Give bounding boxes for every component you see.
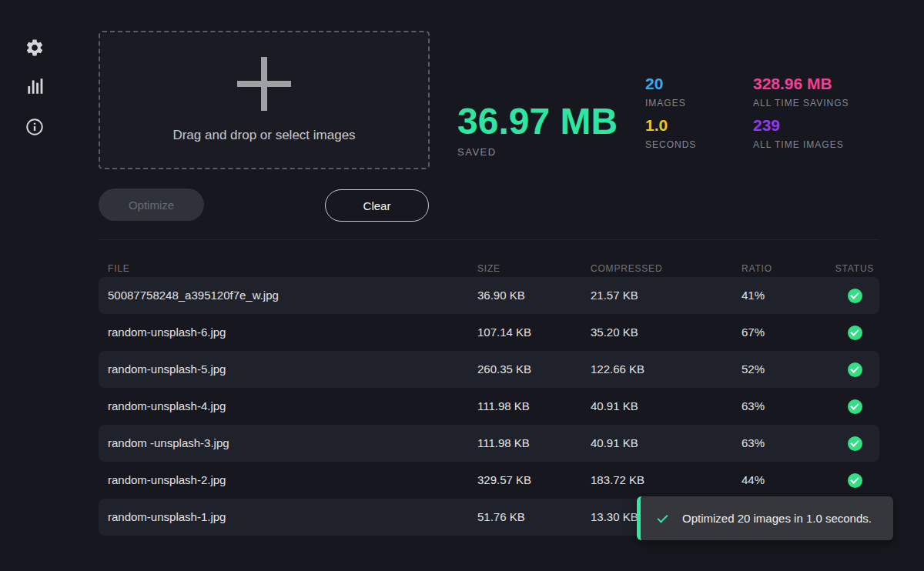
table-row: random-unsplash-6.jpg 107.14 KB 35.20 KB… [99,314,879,351]
col-header-file: FILE [108,263,130,274]
table-row: random-unsplash-5.jpg 260.35 KB 122.66 K… [99,351,879,388]
check-icon [657,513,669,525]
check-circle-icon [848,399,862,414]
sidebar-item-settings[interactable] [24,37,45,58]
file-status-cell [832,425,878,462]
file-compressed-cell: 183.72 KB [591,462,644,499]
clear-button[interactable]: Clear [325,189,429,222]
file-size-cell: 36.90 KB [477,277,525,314]
info-icon [25,117,45,137]
toast-message: Optimized 20 images in 1.0 seconds. [682,512,872,525]
sidebar-item-stats[interactable] [24,75,45,97]
file-name-cell: random -unsplash-3.jpg [108,425,229,462]
file-compressed-cell: 21.57 KB [591,277,638,314]
images-count-value: 20 [645,75,696,93]
check-circle-icon [848,473,862,488]
plus-icon [237,57,291,111]
bar-chart-icon [25,76,45,96]
table-row: random-unsplash-2.jpg 329.57 KB 183.72 K… [99,462,879,499]
table-row: random-unsplash-4.jpg 111.98 KB 40.91 KB… [99,388,879,425]
file-status-cell [832,462,878,499]
file-ratio-cell: 52% [742,351,765,388]
dropzone[interactable]: Drag and drop or select images [99,31,430,169]
sidebar [0,0,69,571]
file-size-cell: 51.76 KB [477,499,525,536]
saved-value: 36.97 MB [457,102,618,142]
file-ratio-cell: 41% [742,277,765,314]
file-name-cell: random-unsplash-5.jpg [108,351,226,388]
file-compressed-cell: 13.30 KB [591,499,638,536]
check-circle-icon [848,362,862,377]
table-header: FILE SIZE COMPRESSED RATIO STATUS [99,240,879,277]
all-time-images-label: ALL TIME IMAGES [753,139,849,150]
file-size-cell: 111.98 KB [477,425,530,462]
file-name-cell: random-unsplash-4.jpg [108,388,226,425]
dropzone-label: Drag and drop or select images [172,128,355,143]
all-time-stats: 328.96 MB ALL TIME SAVINGS 239 ALL TIME … [753,75,849,150]
file-ratio-cell: 44% [742,462,765,499]
col-header-status: STATUS [832,263,878,274]
all-time-savings-value: 328.96 MB [753,75,849,93]
check-circle-icon [848,326,862,340]
file-size-cell: 111.98 KB [477,388,530,425]
file-ratio-cell: 67% [742,314,765,351]
file-table: FILE SIZE COMPRESSED RATIO STATUS 500877… [99,239,879,536]
all-time-savings-label: ALL TIME SAVINGS [753,98,849,109]
file-ratio-cell: 63% [742,388,765,425]
file-status-cell [832,388,878,425]
file-name-cell: random-unsplash-2.jpg [108,462,226,499]
images-count-label: IMAGES [645,98,696,109]
file-status-cell [832,277,878,314]
seconds-label: SECONDS [645,139,696,150]
sidebar-item-about[interactable] [24,116,45,138]
image-optimizer-window: Drag and drop or select images 36.97 MB … [0,0,924,571]
seconds-value: 1.0 [645,116,696,135]
col-header-compressed: COMPRESSED [591,263,662,274]
check-circle-icon [848,289,862,303]
saved-label: SAVED [457,146,618,158]
file-status-cell [832,351,878,388]
file-size-cell: 329.57 KB [477,462,531,499]
col-header-ratio: RATIO [742,263,772,274]
file-name-cell: random-unsplash-6.jpg [108,314,226,351]
check-circle-icon [848,436,862,451]
file-compressed-cell: 40.91 KB [591,388,638,425]
session-stats: 20 IMAGES 1.0 SECONDS [645,75,696,150]
saved-stat: 36.97 MB SAVED [457,102,618,158]
optimize-button[interactable]: Optimize [99,189,204,221]
table-row: 50087758248_a395120f7e_w.jpg 36.90 KB 21… [99,277,879,314]
table-row: random -unsplash-3.jpg 111.98 KB 40.91 K… [99,425,879,462]
file-compressed-cell: 40.91 KB [591,425,638,462]
file-name-cell: random-unsplash-1.jpg [108,499,226,536]
all-time-images-value: 239 [753,116,849,135]
settings-gear-icon [25,38,45,58]
file-compressed-cell: 122.66 KB [591,351,644,388]
col-header-size: SIZE [477,263,500,274]
file-size-cell: 260.35 KB [477,351,531,388]
file-size-cell: 107.14 KB [477,314,531,351]
file-status-cell [832,314,878,351]
file-ratio-cell: 63% [742,425,765,462]
file-compressed-cell: 35.20 KB [591,314,638,351]
toast-notification: Optimized 20 images in 1.0 seconds. [637,496,893,540]
file-name-cell: 50087758248_a395120f7e_w.jpg [108,277,279,314]
